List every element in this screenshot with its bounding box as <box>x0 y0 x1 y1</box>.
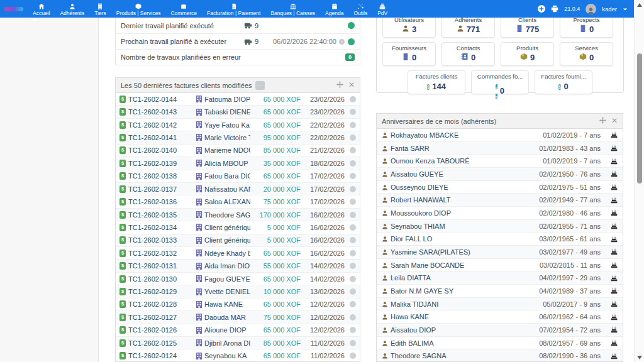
page-scrollbar[interactable] <box>634 0 644 362</box>
app-logo[interactable] <box>0 0 28 18</box>
invoice-ref-link[interactable]: $ TC1-2602-0141 <box>119 134 196 141</box>
customer-link[interactable]: Fatouma DIOP <box>196 96 250 103</box>
invoice-ref-link[interactable]: $ TC1-2602-0133 <box>119 236 196 244</box>
move-widget-icon[interactable] <box>336 81 343 89</box>
invoice-ref-link[interactable]: $ TC1-2602-0132 <box>119 250 196 257</box>
invoice-ref-link[interactable]: $ TC1-2602-0127 <box>119 314 196 321</box>
invoice-ref-link[interactable]: $ TC1-2602-0131 <box>119 262 196 270</box>
member-link[interactable]: Dior FALL LO <box>382 235 539 243</box>
menu-item-pdv[interactable]: PdV <box>372 3 392 16</box>
customer-link[interactable]: Djibril Arona DIAGNE <box>196 339 250 347</box>
chevron-down-icon[interactable] <box>623 3 628 14</box>
scrollbar-up-arrow[interactable] <box>637 3 642 7</box>
menu-item-produits-services[interactable]: Produits | Services <box>111 3 166 16</box>
member-link[interactable]: Aissatou DIOP <box>382 326 539 334</box>
member-link[interactable]: Leila DIATTA <box>382 274 539 282</box>
customer-link[interactable]: Aida Iman DIOUF <box>196 262 250 270</box>
invoice-ref-link[interactable]: $ TC1-2602-0140 <box>119 146 196 154</box>
menu-item-outils[interactable]: Outils <box>348 3 372 16</box>
invoice-ref-link[interactable]: $ TC1-2602-0139 <box>119 160 196 167</box>
job-status: 0 <box>346 53 355 61</box>
job-count[interactable]: 9 <box>244 38 273 45</box>
customer-link[interactable]: Fatou Bara DIOUF <box>196 172 250 180</box>
job-count[interactable]: 9 <box>244 22 273 30</box>
home-icon <box>38 3 45 9</box>
user-name[interactable]: kader <box>602 6 617 13</box>
invoice-ref-link[interactable]: $ TC1-2602-0144 <box>119 96 196 103</box>
customer-link[interactable]: Fagou GUEYE <box>196 275 250 283</box>
menu-item-banques-caisses[interactable]: Banques | Caisses <box>265 3 320 16</box>
stat-box-fournisseurs[interactable]: Fournisseurs 0 <box>382 42 436 66</box>
close-widget-icon[interactable]: ✕ <box>348 82 355 89</box>
member-link[interactable]: Theodore SAGNA <box>382 352 539 359</box>
invoice-ref-link[interactable]: $ TC1-2602-0126 <box>119 326 196 334</box>
menu-item-commerce[interactable]: Commerce <box>165 3 202 16</box>
customer-link[interactable]: Marième NDOUR <box>196 146 250 154</box>
avatar[interactable] <box>586 4 596 14</box>
invoice-ref-link[interactable]: $ TC1-2602-0128 <box>119 300 196 308</box>
invoice-ref-link[interactable]: $ TC1-2602-0135 <box>119 211 196 219</box>
customer-link[interactable]: Saloa ALEXANDRENNE <box>196 198 250 206</box>
member-link[interactable]: Seynabou THIAM <box>382 222 539 230</box>
customer-link[interactable]: Tabaski DIENE <box>196 108 250 116</box>
close-widget-icon[interactable]: ✕ <box>611 118 618 124</box>
invoice-ref-link[interactable]: $ TC1-2602-0142 <box>119 121 196 129</box>
customer-link[interactable]: Alioune DIOP <box>196 326 250 334</box>
stat-count: 0 <box>560 25 613 34</box>
scrollbar-down-arrow[interactable] <box>637 356 642 359</box>
invoice-ref-link[interactable]: $ TC1-2602-0137 <box>119 185 196 193</box>
member-link[interactable]: Robert HANAWALT <box>382 196 539 204</box>
status-dot <box>350 276 356 282</box>
customer-link[interactable]: Theodore SAGNA <box>196 211 250 219</box>
customer-link[interactable]: Seynabou KA <box>196 352 250 359</box>
menu-item-accueil[interactable]: Accueil <box>28 3 55 16</box>
customer-link[interactable]: Client générique TakePOS <box>196 236 250 244</box>
customer-link[interactable]: Alicia MBOUP <box>196 160 250 167</box>
customer-link[interactable]: Daouda MAR <box>196 314 250 321</box>
member-link[interactable]: Rokhayatou MBACKE <box>382 131 543 139</box>
member-link[interactable]: Yasmine SARA(PILATES) <box>382 248 539 256</box>
invoice-ref-link[interactable]: $ TC1-2602-0124 <box>119 352 196 359</box>
stat-box-produits[interactable]: Produits 9 <box>501 42 554 66</box>
stat-box-services[interactable]: Services 0 <box>560 42 613 66</box>
invoice-ref-link[interactable]: $ TC1-2602-0129 <box>119 288 196 295</box>
member-link[interactable]: Aissatou GUEYE <box>382 170 539 178</box>
invoice-ref-link[interactable]: $ TC1-2602-0134 <box>119 224 196 231</box>
member-link[interactable]: Oumou Kenza TABOURÉ <box>382 157 543 165</box>
customer-link[interactable]: Ndèye Khady BOP <box>196 250 250 257</box>
move-widget-icon[interactable] <box>599 117 606 125</box>
invoice-ref-link[interactable]: $ TC1-2602-0125 <box>119 339 196 347</box>
member-link[interactable]: Edith BALIMA <box>382 339 539 347</box>
quick-add-icon[interactable] <box>538 5 545 13</box>
member-link[interactable]: Malika TIDJANI <box>382 300 543 308</box>
member-link[interactable]: Sarah Marie BOCANDE <box>382 261 540 269</box>
member-link[interactable]: Bator N.M GAYE SY <box>382 287 539 295</box>
menu-item-adh-rents[interactable]: Adhérents <box>55 3 89 16</box>
customer-link[interactable]: Client générique TakePOS <box>196 224 250 231</box>
member-link[interactable]: Hawa KANE <box>382 313 539 321</box>
customer-link[interactable]: Nafissatou KANE SEYE <box>196 185 250 193</box>
stat-box-contacts[interactable]: Contacts 0 <box>441 42 495 66</box>
customer-link[interactable]: Marie Victoire Tening SENE <box>196 134 250 141</box>
invoice-ref-link[interactable]: $ TC1-2602-0136 <box>119 198 196 206</box>
customer-link[interactable]: Hawa KANE <box>196 300 250 308</box>
menu-item-facturation-paiement[interactable]: Facturation | Paiement <box>202 3 265 16</box>
member-link[interactable]: Fanta SARR <box>382 145 539 152</box>
menu-item-agenda[interactable]: Agenda <box>320 3 348 16</box>
more-info-badge[interactable]: ... <box>255 81 265 90</box>
stat-box-commandes-fo-[interactable]: Commandes fo... ≡≡0 <box>471 70 529 94</box>
scrollbar-thumb[interactable] <box>637 53 642 184</box>
invoice-ref-link[interactable]: $ TC1-2602-0138 <box>119 172 196 180</box>
stat-box-factures-clients[interactable]: Factures clients $144 <box>408 70 465 94</box>
stat-box-factures-fourni-[interactable]: Factures fourni... $0 <box>535 70 592 94</box>
invoice-ref-link[interactable]: $ TC1-2602-0130 <box>119 275 196 283</box>
invoice-row: $ TC1-2602-0131 Aida Iman DIOUF 55 000 X… <box>116 260 360 272</box>
invoice-ref-link[interactable]: $ TC1-2602-0143 <box>119 108 196 116</box>
customer-link[interactable]: Yaye Fatou Kamara MBAYE <box>196 121 250 129</box>
stat-count: $0 <box>535 81 592 91</box>
member-link[interactable]: Ousseynou DIEYE <box>382 184 539 191</box>
customer-link[interactable]: Yvette DENIEL <box>196 288 250 295</box>
menu-item-tiers[interactable]: Tiers <box>89 3 111 16</box>
member-link[interactable]: Moussoukoro DIOP <box>382 209 539 217</box>
print-icon[interactable] <box>551 5 558 13</box>
